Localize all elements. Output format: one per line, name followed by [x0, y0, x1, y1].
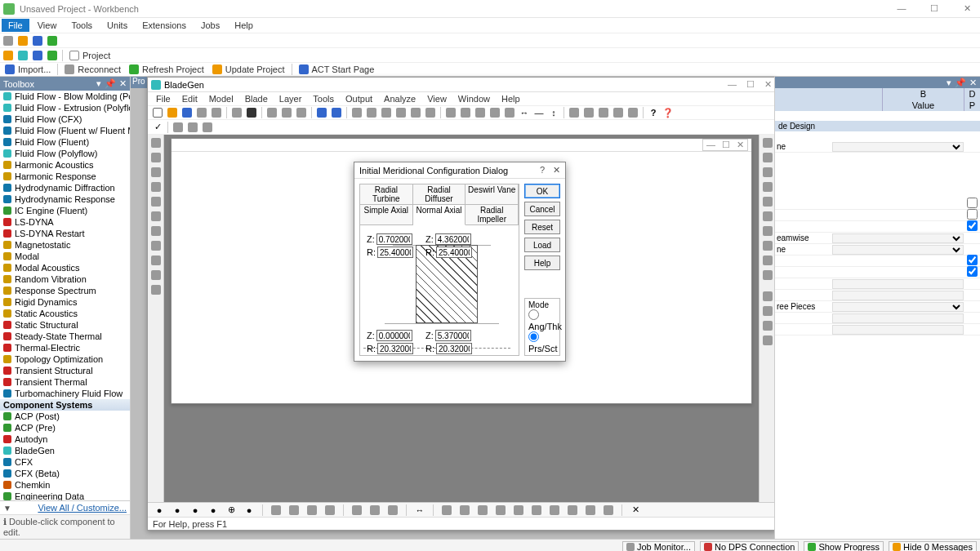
filter-icon[interactable]: ▼	[3, 504, 11, 513]
toolbox-item[interactable]: Topology Optimization	[0, 353, 130, 365]
bg-r12-icon[interactable]	[761, 304, 774, 318]
cancel-button[interactable]: Cancel	[524, 202, 560, 216]
bg-check-icon[interactable]: ✓	[151, 121, 164, 134]
bg-menu-layer[interactable]: Layer	[274, 93, 307, 104]
prop-chk-3[interactable]	[967, 220, 978, 231]
dps-status[interactable]: No DPS Connection	[700, 541, 799, 552]
bg-r10-icon[interactable]	[761, 269, 774, 282]
open-icon[interactable]	[16, 34, 29, 47]
toolbox-dropdown-icon[interactable]: ▾	[96, 78, 101, 89]
fx-icon[interactable]: ✕	[629, 504, 642, 517]
prop-pin-icon[interactable]: 📌	[955, 78, 966, 87]
inner-max-icon[interactable]: ☐	[722, 140, 730, 150]
toolbox-pin-icon[interactable]: 📌	[105, 78, 116, 89]
bg-save-icon[interactable]	[180, 106, 194, 119]
menu-units[interactable]: Units	[100, 19, 134, 32]
toolbox-item[interactable]: Hydrodynamic Diffraction	[0, 182, 130, 193]
back-icon[interactable]	[2, 49, 15, 62]
bg-r3-icon[interactable]	[761, 166, 774, 179]
fg1-icon[interactable]	[440, 504, 453, 517]
ftool7-icon[interactable]	[386, 504, 399, 517]
prop-blank-1[interactable]	[832, 279, 964, 289]
bg-grid3-icon[interactable]	[295, 106, 308, 119]
tab-radial-diffuser[interactable]: Radial Diffuser	[413, 184, 466, 205]
show-progress-button[interactable]: Show Progress	[804, 541, 884, 552]
bg-menu-blade[interactable]: Blade	[240, 93, 273, 104]
bg-l8-icon[interactable]	[149, 239, 163, 252]
toolbox-item[interactable]: Harmonic Acoustics	[0, 159, 130, 171]
menu-file[interactable]: File	[2, 19, 29, 32]
bg-menu-help[interactable]: Help	[497, 93, 525, 104]
fdot4-icon[interactable]: ●	[207, 504, 220, 517]
bg-open-icon[interactable]	[166, 106, 179, 119]
ftool6-icon[interactable]	[368, 504, 381, 517]
bg-r5-icon[interactable]	[761, 195, 774, 208]
close-button[interactable]: ✕	[957, 3, 977, 14]
maximize-button[interactable]: ☐	[924, 3, 944, 14]
fg10-icon[interactable]	[602, 504, 615, 517]
bg-l6-icon[interactable]	[149, 210, 163, 223]
bg-r9-icon[interactable]	[761, 254, 774, 267]
new-icon[interactable]	[2, 34, 15, 47]
hide-messages-button[interactable]: Hide 0 Messages	[889, 541, 977, 552]
dialog-close-icon[interactable]: ✕	[553, 165, 560, 176]
prop-blank-4[interactable]	[832, 325, 964, 335]
bg-new-icon[interactable]	[151, 106, 164, 119]
toolbox-item[interactable]: LS-DYNA	[0, 216, 130, 228]
refresh-project-button[interactable]: Refresh Project	[126, 64, 207, 74]
bg-arrow2-icon[interactable]: —	[532, 106, 546, 119]
bg-curve1-icon[interactable]	[568, 106, 581, 119]
job-monitor-button[interactable]: Job Monitor...	[622, 541, 695, 552]
bg-layout6-icon[interactable]	[424, 106, 437, 119]
prop-ne-select[interactable]	[832, 142, 964, 152]
bg-zoom4-icon[interactable]	[488, 106, 501, 119]
r4-input[interactable]	[436, 343, 472, 354]
ftool4-icon[interactable]	[323, 504, 336, 517]
save-icon[interactable]	[31, 34, 44, 47]
bg-zoom5-icon[interactable]	[503, 106, 516, 119]
toolbox-item[interactable]: Thermal-Electric	[0, 342, 130, 353]
mode-angthk[interactable]: Ang/Thk	[528, 309, 556, 331]
bg-r2-icon[interactable]	[761, 151, 774, 164]
toolbox-item[interactable]: Fluid Flow (CFX)	[0, 113, 130, 125]
menu-tools[interactable]: Tools	[65, 19, 99, 32]
bg-r4-icon[interactable]	[761, 180, 774, 193]
bg-layout4-icon[interactable]	[394, 106, 408, 119]
toolbox-item[interactable]: Autodyn	[0, 433, 130, 445]
bg-undo-icon[interactable]	[315, 106, 328, 119]
bg-l9-icon[interactable]	[149, 254, 163, 267]
toolbox-item[interactable]: LS-DYNA Restart	[0, 228, 130, 239]
toolbox-item[interactable]: Modal	[0, 251, 130, 262]
toolbox-item[interactable]: Harmonic Response	[0, 171, 130, 182]
z4-input[interactable]	[435, 330, 471, 341]
bg-r6-icon[interactable]	[761, 210, 774, 223]
tab-radial-impeller[interactable]: Radial Impeller	[466, 205, 519, 225]
bg-l7-icon[interactable]	[149, 224, 163, 238]
bg-l4-icon[interactable]	[149, 180, 163, 193]
ftool3-icon[interactable]	[305, 504, 318, 517]
fdot5-icon[interactable]: ⊕	[225, 504, 238, 517]
toolbox-item[interactable]: Rigid Dynamics	[0, 296, 130, 308]
r3-input[interactable]	[377, 343, 413, 354]
inner-close-icon[interactable]: ✕	[737, 140, 744, 150]
bg-close-icon[interactable]: ✕	[764, 79, 772, 90]
act-start-button[interactable]: ACT Start Page	[296, 64, 378, 74]
bg-l10-icon[interactable]	[149, 269, 163, 282]
fdot6-icon[interactable]: ●	[243, 504, 256, 517]
toolbox-item[interactable]: Response Spectrum	[0, 285, 130, 296]
fg8-icon[interactable]	[566, 504, 579, 517]
bg-zoom3-icon[interactable]	[474, 106, 487, 119]
bg-layout2-icon[interactable]	[365, 106, 378, 119]
toolbox-item[interactable]: Fluid Flow (Fluent)	[0, 136, 130, 148]
toolbox-item[interactable]: Fluid Flow - Extrusion (Polyflow)	[0, 102, 130, 113]
bg-layout5-icon[interactable]	[409, 106, 422, 119]
ftool5-icon[interactable]	[350, 504, 363, 517]
bg-r8-icon[interactable]	[761, 239, 774, 252]
fg9-icon[interactable]	[584, 504, 597, 517]
toolbox-item[interactable]: Transient Thermal	[0, 376, 130, 388]
bg-r13-icon[interactable]	[761, 319, 774, 332]
toolbox-item[interactable]: BladeGen	[0, 445, 130, 456]
bg-menu-file[interactable]: File	[151, 93, 176, 104]
ftool2-icon[interactable]	[287, 504, 301, 517]
fg6-icon[interactable]	[530, 504, 543, 517]
